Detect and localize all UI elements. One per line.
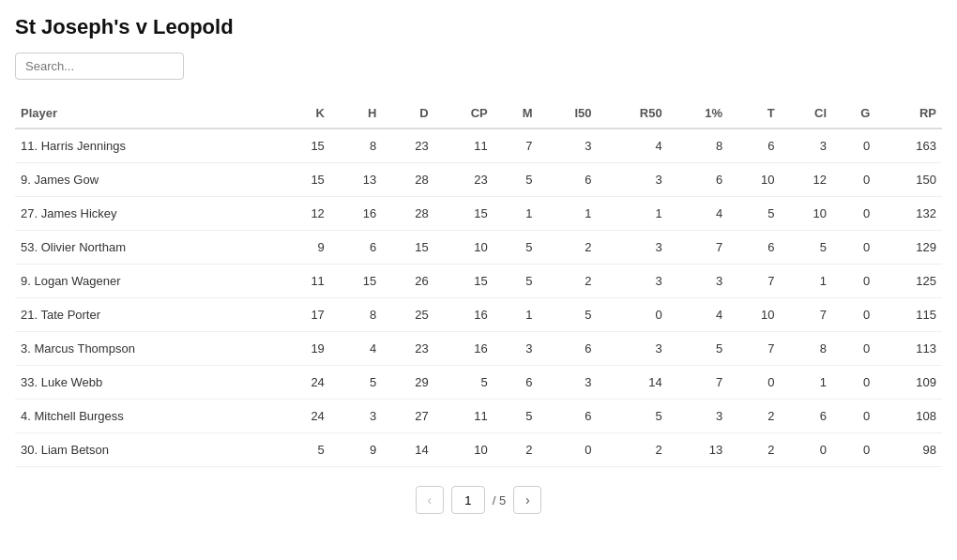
cell-cl: 5 — [781, 231, 832, 265]
cell-h: 3 — [330, 400, 382, 433]
cell-pct: 13 — [668, 433, 729, 467]
col-header-rp: RP — [875, 98, 942, 129]
cell-h: 16 — [330, 197, 382, 231]
page-number-input[interactable] — [451, 486, 485, 514]
cell-g: 0 — [832, 400, 875, 433]
cell-cp: 11 — [434, 129, 494, 163]
table-row: 4. Mitchell Burgess24327115653260108 — [15, 400, 942, 433]
search-input[interactable] — [15, 53, 184, 80]
cell-pct: 6 — [668, 163, 729, 197]
cell-cp: 23 — [434, 163, 494, 197]
cell-player: 53. Olivier Northam — [15, 231, 278, 265]
cell-pct: 7 — [668, 231, 729, 265]
table-row: 9. Logan Wagener111526155233710125 — [15, 265, 942, 298]
cell-player: 9. James Gow — [15, 163, 278, 197]
col-header-r50: R50 — [598, 98, 668, 129]
cell-g: 0 — [832, 433, 875, 467]
cell-r50: 3 — [598, 265, 668, 298]
cell-i50: 3 — [539, 129, 598, 163]
cell-k: 12 — [278, 197, 329, 231]
cell-k: 24 — [278, 366, 329, 400]
cell-player: 21. Tate Porter — [15, 298, 278, 332]
cell-k: 15 — [278, 129, 329, 163]
cell-h: 5 — [330, 366, 382, 400]
col-header-d: D — [382, 98, 433, 129]
cell-t: 0 — [728, 366, 780, 400]
cell-i50: 2 — [539, 231, 598, 265]
cell-t: 7 — [728, 265, 780, 298]
cell-rp: 150 — [875, 163, 942, 197]
cell-i50: 6 — [539, 163, 598, 197]
col-header-pct: 1% — [668, 98, 729, 129]
pagination: ‹ / 5 › — [15, 486, 942, 514]
cell-pct: 8 — [668, 129, 729, 163]
page-total: / 5 — [493, 493, 506, 507]
cell-rp: 163 — [875, 129, 942, 163]
stats-table: PlayerKHDCPMI50R501%TClGRP 11. Harris Je… — [15, 98, 942, 467]
cell-t: 5 — [728, 197, 780, 231]
cell-m: 5 — [494, 265, 539, 298]
cell-h: 4 — [330, 332, 382, 366]
cell-t: 10 — [728, 298, 780, 332]
cell-player: 9. Logan Wagener — [15, 265, 278, 298]
cell-cp: 10 — [434, 231, 494, 265]
table-header: PlayerKHDCPMI50R501%TClGRP — [15, 98, 942, 129]
cell-cp: 16 — [434, 332, 494, 366]
table-row: 9. James Gow15132823563610120150 — [15, 163, 942, 197]
cell-d: 23 — [382, 129, 433, 163]
cell-h: 9 — [330, 433, 382, 467]
cell-k: 17 — [278, 298, 329, 332]
cell-r50: 3 — [598, 163, 668, 197]
cell-pct: 3 — [668, 265, 729, 298]
cell-g: 0 — [832, 129, 875, 163]
cell-m: 7 — [494, 129, 539, 163]
cell-m: 5 — [494, 400, 539, 433]
cell-cp: 15 — [434, 265, 494, 298]
cell-g: 0 — [832, 366, 875, 400]
cell-cl: 10 — [781, 197, 832, 231]
cell-pct: 7 — [668, 366, 729, 400]
cell-d: 25 — [382, 298, 433, 332]
cell-m: 5 — [494, 163, 539, 197]
table-row: 27. James Hickey1216281511145100132 — [15, 197, 942, 231]
cell-g: 0 — [832, 298, 875, 332]
cell-k: 5 — [278, 433, 329, 467]
cell-d: 28 — [382, 163, 433, 197]
table-row: 30. Liam Betson5914102021320098 — [15, 433, 942, 467]
cell-k: 24 — [278, 400, 329, 433]
cell-t: 10 — [728, 163, 780, 197]
cell-cp: 16 — [434, 298, 494, 332]
cell-d: 29 — [382, 366, 433, 400]
cell-k: 19 — [278, 332, 329, 366]
cell-i50: 1 — [539, 197, 598, 231]
cell-m: 1 — [494, 298, 539, 332]
cell-r50: 1 — [598, 197, 668, 231]
cell-h: 6 — [330, 231, 382, 265]
cell-g: 0 — [832, 163, 875, 197]
cell-rp: 109 — [875, 366, 942, 400]
col-header-cp: CP — [434, 98, 494, 129]
cell-m: 5 — [494, 231, 539, 265]
cell-t: 6 — [728, 129, 780, 163]
cell-pct: 5 — [668, 332, 729, 366]
next-page-button[interactable]: › — [513, 486, 541, 514]
cell-rp: 115 — [875, 298, 942, 332]
cell-t: 2 — [728, 400, 780, 433]
cell-k: 9 — [278, 231, 329, 265]
cell-rp: 113 — [875, 332, 942, 366]
cell-d: 15 — [382, 231, 433, 265]
cell-cl: 8 — [781, 332, 832, 366]
cell-cp: 11 — [434, 400, 494, 433]
cell-pct: 3 — [668, 400, 729, 433]
cell-player: 11. Harris Jennings — [15, 129, 278, 163]
prev-page-button[interactable]: ‹ — [416, 486, 444, 514]
search-container — [15, 53, 942, 80]
col-header-cl: Cl — [781, 98, 832, 129]
cell-cl: 6 — [781, 400, 832, 433]
cell-t: 6 — [728, 231, 780, 265]
cell-d: 14 — [382, 433, 433, 467]
cell-player: 30. Liam Betson — [15, 433, 278, 467]
cell-k: 15 — [278, 163, 329, 197]
cell-r50: 0 — [598, 298, 668, 332]
cell-m: 2 — [494, 433, 539, 467]
